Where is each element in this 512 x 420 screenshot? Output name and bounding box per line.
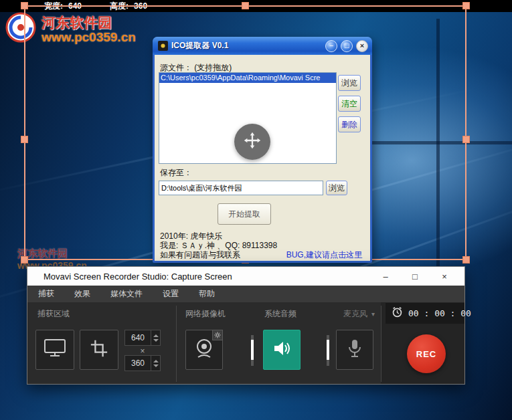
- spinner-buttons[interactable]: [151, 356, 160, 371]
- webcam-label: 网络摄像机: [185, 308, 226, 320]
- move-icon: [243, 131, 262, 152]
- section-divider: [381, 306, 381, 382]
- spinner-buttons[interactable]: [151, 330, 160, 345]
- chevron-down-icon: ▾: [371, 310, 375, 318]
- spinner-up-icon[interactable]: [153, 360, 159, 362]
- window-controls: – □ ×: [371, 267, 459, 286]
- webcam-button[interactable]: [185, 330, 223, 370]
- start-extract-button[interactable]: 开始提取: [218, 203, 271, 225]
- spinner-down-icon[interactable]: [153, 364, 159, 367]
- slider-handle[interactable]: [327, 340, 329, 360]
- capture-height-spinner[interactable]: 360: [124, 355, 161, 371]
- movavi-panel: 捕获区域 640: [27, 302, 464, 384]
- clear-button[interactable]: 清空: [338, 96, 361, 112]
- selection-handle-e[interactable]: [462, 136, 470, 143]
- alarm-clock-icon: [392, 306, 403, 320]
- system-audio-level-slider[interactable]: [251, 335, 254, 366]
- menu-item-capture[interactable]: 捕获: [38, 288, 54, 300]
- microphone-button[interactable]: [336, 330, 373, 370]
- microphone-icon: [346, 338, 363, 362]
- capture-height-value: 360: [125, 358, 151, 368]
- rec-button[interactable]: REC: [407, 334, 446, 373]
- menu-item-settings[interactable]: 设置: [163, 288, 179, 300]
- fullscreen-capture-button[interactable]: [35, 330, 74, 370]
- menu-item-effects[interactable]: 效果: [74, 288, 90, 300]
- browse-source-button[interactable]: 浏览: [338, 75, 361, 91]
- selection-handle-nw[interactable]: [21, 2, 28, 9]
- selection-handle-w[interactable]: [21, 136, 28, 143]
- microphone-level-slider[interactable]: [327, 335, 329, 366]
- ico-titlebar[interactable]: ICO提取器 V0.1 − □ ×: [153, 37, 372, 55]
- capture-width-spinner[interactable]: 640: [124, 330, 161, 346]
- speaker-icon: [272, 338, 292, 361]
- minimize-button[interactable]: −: [325, 40, 337, 52]
- app-icon: [158, 41, 168, 51]
- system-audio-button[interactable]: [263, 330, 301, 370]
- maximize-button[interactable]: □: [400, 267, 430, 286]
- bug-feedback-link[interactable]: BUG,建议请点击这里: [286, 249, 362, 261]
- delete-button[interactable]: 删除: [338, 116, 361, 132]
- capture-area-label: 捕获区域: [37, 308, 70, 320]
- spinner-down-icon[interactable]: [153, 339, 159, 342]
- slider-handle[interactable]: [251, 340, 254, 360]
- movavi-titlebar[interactable]: Movavi Screen Recorder Studio: Capture S…: [27, 267, 464, 286]
- selection-handle-se[interactable]: [462, 256, 470, 264]
- select-area-button[interactable]: [80, 330, 118, 370]
- menu-item-media-files[interactable]: 媒体文件: [110, 288, 143, 300]
- movavi-window-title: Movavi Screen Recorder Studio: Capture S…: [44, 272, 371, 282]
- section-divider: [176, 306, 177, 382]
- size-separator: ×: [124, 346, 161, 356]
- close-button[interactable]: ×: [356, 40, 368, 52]
- monitor-icon: [43, 338, 67, 362]
- microphone-label-text: 麦克风: [343, 309, 367, 318]
- footer-line-3: 如果有问题请与我联系: [160, 249, 240, 261]
- screen: 宽度: 640 高度: 360 河东软件园 www.pc0359.cn 河东软件…: [0, 0, 512, 420]
- crop-icon: [90, 339, 108, 360]
- minimize-button[interactable]: –: [371, 267, 400, 286]
- movavi-menubar: 捕获 效果 媒体文件 设置 帮助: [27, 286, 464, 302]
- ico-dialog-body: 源文件： (支持拖放) C:\Users\pc0359\AppData\Roam…: [155, 55, 370, 261]
- movavi-window: Movavi Screen Recorder Studio: Capture S…: [27, 266, 465, 385]
- file-list-item[interactable]: C:\Users\pc0359\AppData\Roaming\Movavi S…: [159, 73, 336, 83]
- browse-save-button[interactable]: 浏览: [326, 181, 347, 195]
- capture-width-value: 640: [125, 333, 151, 342]
- ico-dialog-title: ICO提取器 V0.1: [171, 40, 322, 51]
- selection-handle-n[interactable]: [242, 2, 249, 9]
- spinner-up-icon[interactable]: [153, 334, 159, 337]
- selection-handle-ne[interactable]: [462, 2, 470, 9]
- webcam-icon: [193, 337, 216, 362]
- save-path-input[interactable]: [159, 181, 323, 195]
- recording-timer: 00 : 00 : 00: [386, 303, 464, 324]
- microphone-label[interactable]: 麦克风▾: [343, 308, 375, 320]
- timer-display: 00 : 00 : 00: [408, 308, 471, 318]
- selection-move-handle[interactable]: [234, 124, 270, 160]
- close-button[interactable]: ×: [430, 267, 459, 286]
- system-audio-label: 系统音频: [264, 308, 296, 320]
- selection-handle-sw[interactable]: [21, 256, 28, 264]
- save-to-label: 保存至：: [160, 167, 192, 179]
- menu-item-help[interactable]: 帮助: [199, 288, 215, 300]
- webcam-settings-gear-icon[interactable]: [212, 330, 223, 340]
- maximize-button[interactable]: □: [341, 40, 353, 52]
